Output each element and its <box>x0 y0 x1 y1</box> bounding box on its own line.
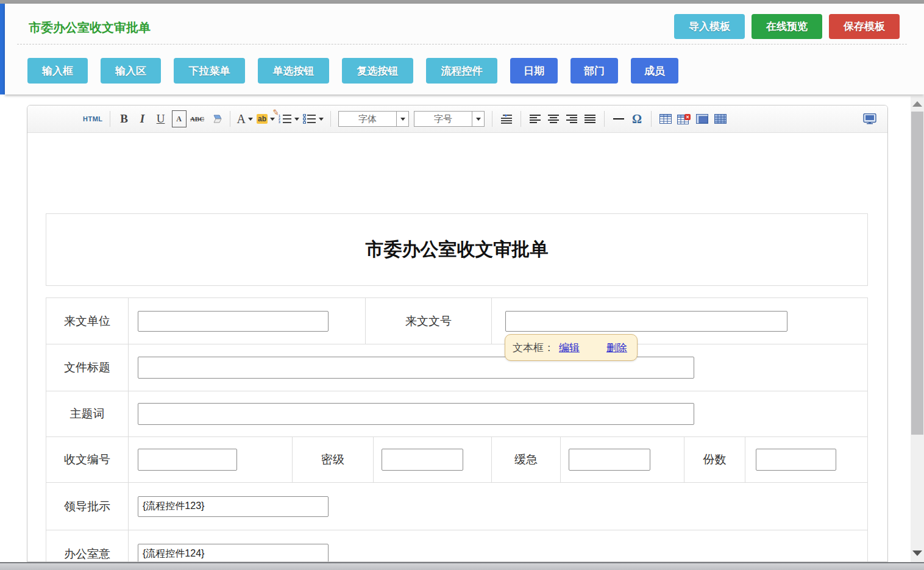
align-left-icon[interactable] <box>528 110 542 127</box>
template-header-panel: 市委办公室收文审批单 导入模板 在线预览 保存模板 输入框 输入区 下拉菜单 单… <box>5 4 924 94</box>
scroll-down-arrow-icon[interactable] <box>912 550 922 556</box>
tooltip-label: 文本框： <box>513 341 554 355</box>
toolbar-separator <box>651 111 652 127</box>
svg-text:×: × <box>686 114 689 120</box>
editor-content[interactable]: 市委办公室收文审批单 来文单位 来文文号 文件标题 <box>27 133 887 562</box>
ordered-list-icon[interactable]: 1 2 3 <box>279 110 299 127</box>
secrecy-level-input[interactable] <box>382 449 463 471</box>
document-title-label: 文件标题 <box>46 344 128 391</box>
control-date-button[interactable]: 日期 <box>510 58 558 84</box>
incoming-doc-number-label: 来文文号 <box>365 298 491 344</box>
control-flow-widget-button[interactable]: 流程控件 <box>426 58 497 84</box>
scroll-up-arrow-icon[interactable] <box>912 101 922 107</box>
save-template-button[interactable]: 保存模板 <box>829 14 900 39</box>
font-color-icon[interactable]: A <box>237 110 253 127</box>
unordered-list-icon[interactable] <box>303 110 324 127</box>
header-divider <box>17 44 907 45</box>
highlight-color-icon[interactable]: ab ✎ <box>257 110 275 127</box>
editor-area: HTML B I U A ABC A ab ✎ <box>0 94 924 562</box>
font-size-select[interactable]: 字号 <box>414 111 485 127</box>
office-opinion-cell: {流程控件124} <box>128 530 867 562</box>
italic-icon[interactable]: I <box>135 110 150 127</box>
table-row: 主题词 <box>46 391 867 436</box>
document-title-cell <box>128 344 867 391</box>
window-bottom-bar <box>0 562 924 570</box>
delete-table-icon[interactable]: × <box>677 110 691 127</box>
toolbar-separator <box>492 111 492 127</box>
control-textarea-button[interactable]: 输入区 <box>101 58 161 84</box>
special-character-icon[interactable]: Ω <box>630 110 644 127</box>
leader-comments-cell: {流程控件123} <box>128 483 867 530</box>
underline-icon[interactable]: U <box>154 110 168 127</box>
edit-link[interactable]: 编辑 <box>559 341 580 355</box>
table-row: 文件标题 <box>46 344 867 391</box>
bold-icon[interactable]: B <box>117 110 132 127</box>
form-title-box: 市委办公室收文审批单 <box>46 213 868 286</box>
table-properties-icon[interactable] <box>713 110 728 127</box>
toolbar-separator <box>604 111 605 127</box>
control-input-button[interactable]: 输入框 <box>27 58 88 84</box>
chevron-down-icon <box>319 118 324 121</box>
subject-words-label: 主题词 <box>46 391 128 436</box>
table-row: 收文编号 密级 缓急 份数 <box>46 436 867 482</box>
online-preview-button[interactable]: 在线预览 <box>752 14 822 39</box>
chevron-down-icon <box>472 112 484 126</box>
control-department-button[interactable]: 部门 <box>570 58 618 84</box>
align-justify-icon[interactable] <box>583 110 597 127</box>
leader-comments-input[interactable]: {流程控件123} <box>138 496 329 517</box>
merge-cells-icon[interactable] <box>695 110 709 127</box>
chevron-down-icon <box>294 118 299 121</box>
receipt-number-input[interactable] <box>138 449 237 471</box>
urgency-input[interactable] <box>569 449 650 471</box>
vertical-scrollbar[interactable] <box>911 96 924 562</box>
secrecy-level-label: 密级 <box>292 437 373 482</box>
control-member-button[interactable]: 成员 <box>631 58 678 84</box>
form-title: 市委办公室收文审批单 <box>366 237 549 262</box>
delete-link[interactable]: 删除 <box>606 341 627 355</box>
page-title: 市委办公室收文审批单 <box>29 20 151 36</box>
table-row: 领导批示 {流程控件123} <box>46 482 867 530</box>
urgency-label: 缓急 <box>491 437 560 482</box>
textbox-action-tooltip: 文本框： 编辑 删除 <box>505 334 638 361</box>
control-dropdown-button[interactable]: 下拉菜单 <box>174 58 245 84</box>
rich-text-editor: HTML B I U A ABC A ab ✎ <box>27 105 888 562</box>
incoming-doc-number-input[interactable] <box>505 311 787 332</box>
control-checkbox-button[interactable]: 复选按钮 <box>342 58 413 84</box>
form-control-palette: 输入框 输入区 下拉菜单 单选按钮 复选按钮 流程控件 日期 部门 成员 <box>27 58 678 84</box>
incoming-unit-input[interactable] <box>138 311 329 332</box>
control-radio-button[interactable]: 单选按钮 <box>258 58 329 84</box>
subject-words-input[interactable] <box>138 403 694 425</box>
horizontal-rule-icon[interactable] <box>611 110 626 127</box>
urgency-cell <box>560 437 684 482</box>
chevron-down-icon <box>248 118 253 121</box>
copies-count-input[interactable] <box>756 449 836 471</box>
boxed-text-icon[interactable]: A <box>172 110 187 127</box>
chevron-down-icon <box>270 118 275 121</box>
align-center-icon[interactable] <box>546 110 561 127</box>
incoming-unit-label: 来文单位 <box>46 298 128 344</box>
indent-icon[interactable] <box>499 110 514 127</box>
html-source-icon[interactable]: HTML <box>83 110 103 127</box>
background-left-strip <box>0 4 5 94</box>
scrollbar-thumb[interactable] <box>911 112 923 435</box>
incoming-unit-cell <box>128 298 365 344</box>
copies-count-cell <box>745 437 867 482</box>
insert-table-icon[interactable] <box>658 110 673 127</box>
header-action-buttons: 导入模板 在线预览 保存模板 <box>674 14 900 39</box>
office-opinion-input[interactable]: {流程控件124} <box>138 544 329 563</box>
fullscreen-icon[interactable] <box>862 110 877 127</box>
svg-text:3: 3 <box>279 120 280 124</box>
font-family-select[interactable]: 字体 <box>338 111 409 127</box>
secrecy-level-cell <box>373 437 491 482</box>
table-row: 办公室意 {流程控件124} <box>46 530 867 562</box>
table-row: 来文单位 来文文号 <box>46 298 867 344</box>
align-right-icon[interactable] <box>564 110 579 127</box>
copies-count-label: 份数 <box>684 437 745 482</box>
form-table: 来文单位 来文文号 文件标题 主题词 <box>46 297 868 562</box>
eraser-icon[interactable] <box>208 110 223 127</box>
receipt-number-cell <box>128 437 292 482</box>
subject-words-cell <box>128 391 867 436</box>
toolbar-separator <box>330 111 331 127</box>
import-template-button[interactable]: 导入模板 <box>674 14 745 39</box>
strikethrough-icon[interactable]: ABC <box>190 110 205 127</box>
